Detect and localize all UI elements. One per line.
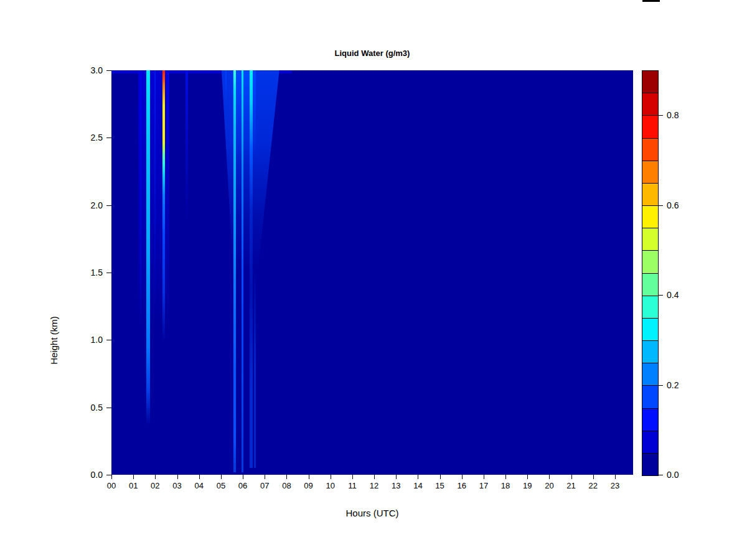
- x-tick-mark: [593, 475, 594, 479]
- x-tick-mark: [549, 475, 550, 479]
- x-tick-mark: [374, 475, 375, 479]
- x-tick-label: 11: [344, 481, 360, 490]
- x-tick-label: 17: [476, 481, 492, 490]
- x-tick-label: 05: [213, 481, 229, 490]
- colorbar-segment: [642, 341, 658, 363]
- x-tick-label: 00: [103, 481, 120, 490]
- y-tick-label: 3.0: [0, 65, 103, 75]
- x-tick-mark: [286, 475, 287, 479]
- x-tick-label: 02: [147, 481, 163, 490]
- x-tick-label: 06: [235, 481, 251, 490]
- x-tick-label: 18: [497, 481, 514, 490]
- y-tick-mark: [106, 408, 111, 408]
- colorbar-tick-label: 0.8: [667, 110, 679, 120]
- colorbar-segment: [642, 319, 658, 341]
- y-tick-label: 1.5: [0, 268, 103, 278]
- y-axis: 0.00.51.01.52.02.53.0: [0, 70, 111, 477]
- x-tick-mark: [265, 475, 265, 479]
- colorbar-segment: [642, 386, 658, 408]
- x-tick-label: 23: [607, 481, 623, 490]
- feature-rainbow-streak-0220: [162, 70, 165, 343]
- x-tick-label: 04: [191, 481, 207, 490]
- y-tick-mark: [106, 273, 111, 273]
- feature-faint-band-0325: [186, 70, 188, 225]
- colorbar-tick-mark: [659, 205, 663, 206]
- figure-canvas: Liquid Water (g/m3) 00010203040506070809…: [0, 0, 747, 560]
- x-tick-label: 15: [432, 481, 448, 490]
- x-tick-label: 16: [454, 481, 470, 490]
- colorbar-segment: [642, 93, 658, 116]
- colorbar-segment: [642, 251, 658, 273]
- colorbar-segment: [642, 228, 658, 251]
- feature-cyan-streak-0140: [146, 70, 149, 425]
- y-tick-mark: [106, 205, 111, 206]
- feature-faint-streak-0235: [167, 70, 169, 192]
- colorbar-segment: [642, 274, 658, 296]
- x-tick-label: 13: [388, 481, 404, 490]
- colorbar-axis: 0.80.60.40.20.0: [659, 70, 702, 477]
- heatmap-plot-area: [111, 70, 633, 475]
- feature-faint-streak-0632-low: [254, 266, 256, 468]
- colorbar-segment: [642, 454, 658, 475]
- colorbar-tick-mark: [659, 385, 663, 386]
- x-tick-mark: [111, 475, 112, 479]
- x-tick-label: 20: [541, 481, 557, 490]
- colorbar-segment: [642, 71, 658, 93]
- feature-faint-streak-0512: [225, 70, 227, 104]
- x-tick-label: 10: [322, 481, 339, 490]
- x-tick-mark: [177, 475, 178, 479]
- x-tick-label: 07: [256, 481, 273, 490]
- x-tick-mark: [571, 475, 572, 479]
- x-tick-mark: [199, 475, 200, 479]
- colorbar-tick-label: 0.4: [667, 290, 679, 300]
- colorbar-tick-mark: [659, 295, 663, 296]
- x-tick-mark: [396, 475, 397, 479]
- feature-faint-streak-0200: [154, 70, 156, 313]
- x-tick-mark: [440, 475, 441, 479]
- x-tick-label: 01: [125, 481, 141, 490]
- feature-streak-0620: [250, 70, 253, 468]
- colorbar-segment: [642, 116, 658, 138]
- x-tick-mark: [133, 475, 134, 479]
- colorbar-segment: [642, 409, 658, 431]
- x-tick-mark: [309, 475, 309, 479]
- y-tick-label: 0.5: [0, 403, 103, 413]
- chart-title: Liquid Water (g/m3): [111, 49, 633, 58]
- x-tick-label: 12: [366, 481, 382, 490]
- x-tick-mark: [155, 475, 156, 479]
- x-tick-label: 19: [519, 481, 535, 490]
- x-tick-label: 21: [563, 481, 580, 490]
- colorbar-segment: [642, 206, 658, 228]
- colorbar-tick-mark: [659, 115, 663, 116]
- x-tick-label: 03: [169, 481, 186, 490]
- y-tick-mark: [106, 138, 111, 138]
- x-tick-label: 08: [278, 481, 294, 490]
- x-tick-mark: [462, 475, 463, 479]
- x-tick-mark: [352, 475, 353, 479]
- colorbar-tick-label: 0.2: [667, 380, 679, 390]
- x-tick-label: 22: [585, 481, 601, 490]
- colorbar-segment: [642, 139, 658, 161]
- y-tick-mark: [106, 70, 111, 71]
- x-tick-mark: [505, 475, 506, 479]
- colorbar-segment: [642, 161, 658, 184]
- feature-faint-streak-0118: [140, 70, 141, 334]
- y-axis-title: Height (km): [49, 316, 59, 365]
- feature-streak-0557: [242, 70, 243, 472]
- colorbar-segment: [642, 184, 658, 206]
- colorbar-tick-mark: [659, 475, 663, 475]
- y-tick-mark: [106, 475, 111, 475]
- x-tick-mark: [484, 475, 484, 479]
- x-tick-mark: [527, 475, 528, 479]
- x-axis: 0001020304050607080910111213141516171819…: [111, 475, 637, 495]
- colorbar-segment: [642, 431, 658, 454]
- x-tick-label: 09: [301, 481, 317, 490]
- top-edge-artifact: [642, 0, 660, 2]
- x-tick-mark: [221, 475, 222, 479]
- colorbar-segment: [642, 296, 658, 319]
- x-tick-label: 14: [410, 481, 426, 490]
- x-tick-mark: [418, 475, 418, 479]
- y-tick-label: 0.0: [0, 470, 103, 480]
- colorbar: [642, 70, 659, 476]
- x-tick-mark: [243, 475, 243, 479]
